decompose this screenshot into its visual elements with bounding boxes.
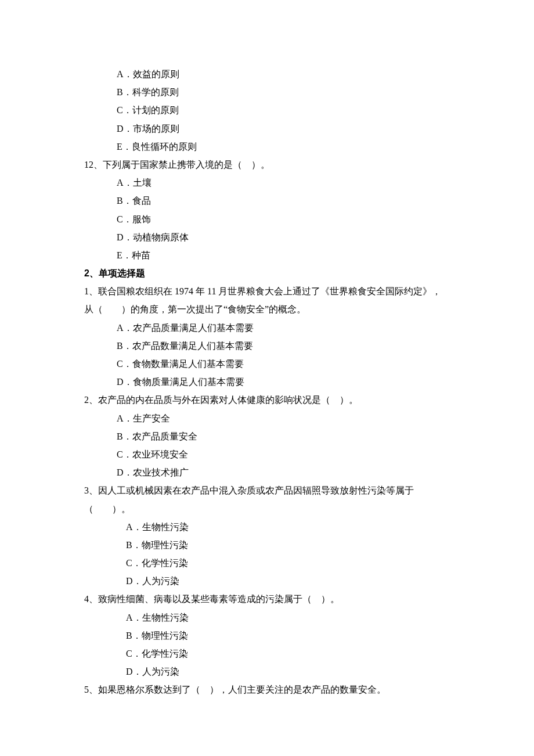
q11-option-E: E．良性循环的原则 xyxy=(84,138,453,156)
q11-option-B: B．科学的原则 xyxy=(84,83,453,101)
s2q3-option-A: A．生物性污染 xyxy=(84,518,453,536)
s2q3-option-B: B．物理性污染 xyxy=(84,536,453,554)
s2q3-option-D: D．人为污染 xyxy=(84,572,453,590)
q12-option-B: B．食品 xyxy=(84,192,453,210)
s2q1-stem-line1: 1、联合国粮农组织在 1974 年 11 月世界粮食大会上通过了《世界粮食安全国… xyxy=(84,282,453,300)
s2q4-option-B: B．物理性污染 xyxy=(84,627,453,645)
q12-option-D: D．动植物病原体 xyxy=(84,228,453,246)
s2q5-stem: 5、如果恩格尔系数达到了（ ），人们主要关注的是农产品的数量安全。 xyxy=(84,681,453,699)
s2q2-option-A: A．生产安全 xyxy=(84,409,453,427)
s2q2-stem: 2、农产品的内在品质与外在因素对人体健康的影响状况是（ ）。 xyxy=(84,391,453,409)
s2q4-option-C: C．化学性污染 xyxy=(84,645,453,663)
s2q1-option-D: D．食物质量满足人们基本需要 xyxy=(84,373,453,391)
s2q4-stem: 4、致病性细菌、病毒以及某些毒素等造成的污染属于（ ）。 xyxy=(84,590,453,608)
s2q1-option-C: C．食物数量满足人们基本需要 xyxy=(84,355,453,373)
section-2-heading: 2、单项选择题 xyxy=(84,264,453,282)
q12-option-E: E．种苗 xyxy=(84,246,453,264)
q11-option-D: D．市场的原则 xyxy=(84,120,453,138)
s2q4-option-D: D．人为污染 xyxy=(84,663,453,681)
s2q3-stem-line1: 3、因人工或机械因素在农产品中混入杂质或农产品因辐照导致放射性污染等属于 xyxy=(84,481,453,499)
s2q2-option-D: D．农业技术推广 xyxy=(84,463,453,481)
q11-option-C: C．计划的原则 xyxy=(84,101,453,119)
s2q3-stem-line2: （ ）。 xyxy=(84,500,453,518)
q12-option-A: A．土壤 xyxy=(84,174,453,192)
s2q3-option-C: C．化学性污染 xyxy=(84,554,453,572)
s2q2-option-B: B．农产品质量安全 xyxy=(84,427,453,445)
q11-option-A: A．效益的原则 xyxy=(84,65,453,83)
s2q1-option-A: A．农产品质量满足人们基本需要 xyxy=(84,319,453,337)
q12-stem: 12、下列属于国家禁止携带入境的是（ ）。 xyxy=(84,156,453,174)
q12-option-C: C．服饰 xyxy=(84,210,453,228)
s2q4-option-A: A．生物性污染 xyxy=(84,609,453,627)
s2q2-option-C: C．农业环境安全 xyxy=(84,445,453,463)
s2q1-stem-line2: 从（ ）的角度，第一次提出了“食物安全”的概念。 xyxy=(84,300,453,318)
s2q1-option-B: B．农产品数量满足人们基本需要 xyxy=(84,337,453,355)
